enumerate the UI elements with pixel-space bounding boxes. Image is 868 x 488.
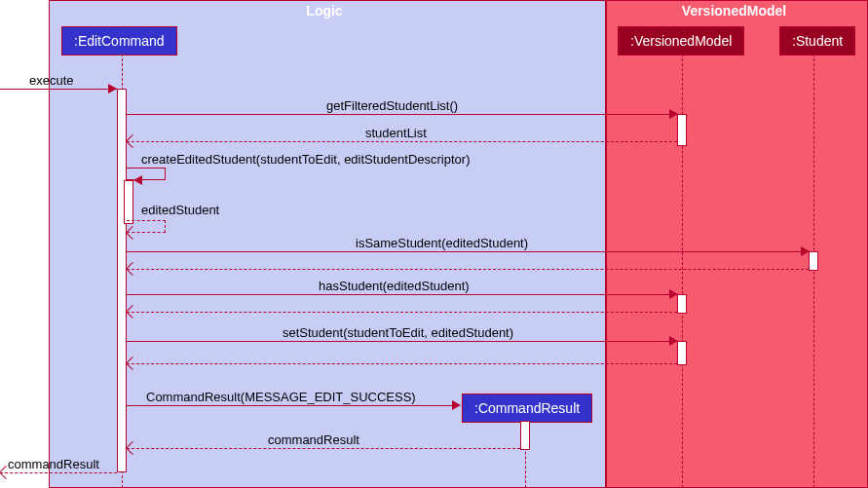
label-cmd-result: CommandResult(MESSAGE_EDIT_SUCCESS) [146,390,416,404]
label-set-student: setStudent(studentToEdit, editedStudent) [283,325,513,340]
arrow-execute [108,84,117,94]
activation-edit-self [124,180,133,224]
msg-create-edited [127,168,166,180]
msg-set-student-ret [127,363,677,364]
activation-command-result [520,421,530,450]
logic-frame-header: Logic [49,0,606,21]
msg-has-student [127,294,677,295]
versioned-model-frame: VersionedModel [606,0,868,488]
label-is-same: isSameStudent(editedStudent) [356,236,528,250]
msg-student-list [127,141,677,142]
participant-edit-command: :EditCommand [61,26,177,56]
label-cmd-result-ret: commandResult [268,432,359,447]
msg-final [0,472,117,473]
msg-execute [0,89,117,90]
activation-edit-command [117,89,127,472]
msg-is-same-ret [127,269,809,270]
participant-student: :Student [779,26,855,56]
activation-vm-1 [677,114,687,146]
activation-vm-3 [677,341,687,365]
versioned-model-frame-header: VersionedModel [606,0,868,21]
msg-has-student-ret [127,312,677,313]
label-final: commandResult [8,457,99,471]
label-create-edited: createEditedStudent(studentToEdit, editS… [141,152,470,167]
label-get-filtered: getFilteredStudentList() [326,98,458,113]
participant-command-result: :CommandResult [462,394,592,423]
arrow-set-student [669,336,678,346]
arrow-get-filtered [669,109,678,119]
arrow-is-same [801,246,810,256]
label-student-list: studentList [365,126,427,140]
msg-is-same [127,251,809,252]
msg-cmd-result-ret [127,448,520,449]
activation-vm-2 [677,294,687,314]
activation-student [809,251,818,271]
msg-get-filtered [127,114,677,115]
msg-cmd-result [127,405,460,406]
participant-versioned-model: :VersionedModel [618,26,744,56]
arrow-has-student [669,289,678,299]
label-has-student: hasStudent(editedStudent) [319,279,470,293]
arrow-cmd-result [452,400,461,410]
arrow-create-edited [133,175,142,185]
msg-set-student [127,341,677,342]
label-edited-student: editedStudent [141,203,219,217]
lifeline-student [813,54,814,488]
label-execute: execute [29,73,74,88]
